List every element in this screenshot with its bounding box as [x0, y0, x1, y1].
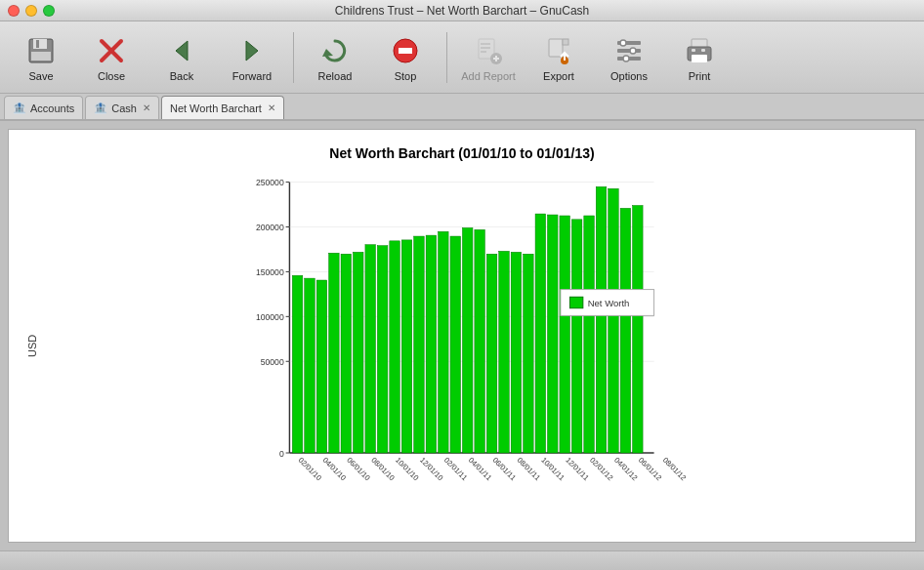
svg-rect-81	[609, 188, 619, 453]
toolbar: Save Close Back Forward	[0, 21, 924, 94]
export-icon	[541, 33, 576, 68]
options-button[interactable]: Options	[596, 26, 662, 89]
back-button[interactable]: Back	[148, 26, 215, 89]
svg-text:100000: 100000	[256, 312, 284, 322]
add-report-icon	[471, 33, 506, 68]
svg-text:12/01/11: 12/01/11	[564, 456, 590, 482]
tab-net-worth[interactable]: Net Worth Barchart ✕	[161, 96, 284, 119]
svg-rect-24	[564, 53, 566, 61]
svg-rect-56	[305, 278, 315, 453]
svg-text:10/01/11: 10/01/11	[539, 456, 566, 482]
svg-rect-1	[33, 39, 47, 49]
window-controls[interactable]	[8, 5, 55, 17]
export-button[interactable]: Export	[525, 26, 592, 89]
svg-text:04/01/10: 04/01/10	[321, 456, 348, 482]
tab-cash-label: Cash	[111, 102, 137, 114]
svg-rect-69	[462, 227, 473, 453]
svg-marker-6	[176, 41, 188, 61]
svg-rect-26	[617, 49, 641, 53]
chart-title: Net Worth Barchart (01/01/10 to 01/01/13…	[24, 145, 900, 161]
tab-net-worth-close[interactable]: ✕	[268, 102, 275, 113]
svg-rect-76	[547, 215, 558, 453]
print-label: Print	[689, 70, 711, 82]
tab-cash-close[interactable]: ✕	[143, 102, 150, 113]
reload-label: Reload	[318, 70, 353, 82]
svg-rect-79	[584, 216, 595, 453]
svg-rect-2	[36, 40, 39, 48]
save-button[interactable]: Save	[8, 26, 74, 89]
svg-rect-70	[475, 229, 485, 453]
svg-text:0: 0	[279, 449, 284, 459]
svg-marker-7	[246, 41, 258, 61]
svg-text:06/01/12: 06/01/12	[637, 456, 663, 482]
minimize-window-button[interactable]	[25, 5, 37, 17]
svg-text:02/01/11: 02/01/11	[442, 456, 469, 482]
statusbar	[0, 550, 924, 570]
tab-cash[interactable]: 🏦 Cash ✕	[85, 96, 159, 119]
svg-text:250000: 250000	[256, 178, 284, 187]
svg-rect-58	[329, 253, 340, 453]
svg-rect-13	[481, 47, 490, 49]
svg-rect-12	[481, 43, 490, 45]
close-button[interactable]: Close	[78, 26, 145, 89]
forward-icon	[234, 33, 270, 68]
svg-rect-72	[499, 251, 510, 453]
svg-text:Net Worth: Net Worth	[588, 298, 630, 308]
forward-button[interactable]: Forward	[219, 26, 285, 89]
tab-bar: 🏦 Accounts 🏦 Cash ✕ Net Worth Barchart ✕	[0, 94, 924, 121]
print-button[interactable]: Print	[666, 26, 733, 89]
window-title: Childrens Trust – Net Worth Barchart – G…	[335, 4, 590, 18]
stop-label: Stop	[395, 70, 417, 82]
forward-label: Forward	[232, 70, 272, 82]
chart-area: USD 250000 200000 1	[24, 173, 900, 518]
chart-inner: 250000 200000 150000 100000	[44, 173, 900, 518]
stop-button[interactable]: Stop	[372, 26, 439, 89]
svg-rect-55	[292, 275, 303, 453]
titlebar: Childrens Trust – Net Worth Barchart – G…	[0, 0, 924, 21]
close-icon	[94, 33, 129, 68]
stop-icon	[388, 33, 423, 68]
export-label: Export	[543, 70, 574, 82]
svg-rect-78	[571, 220, 582, 453]
svg-rect-62	[377, 246, 388, 453]
svg-point-30	[623, 56, 629, 61]
svg-point-28	[620, 40, 626, 46]
svg-rect-18	[549, 39, 563, 57]
svg-text:02/01/12: 02/01/12	[588, 456, 614, 482]
save-icon	[23, 33, 59, 68]
tab-accounts[interactable]: 🏦 Accounts	[4, 96, 83, 119]
svg-rect-77	[560, 216, 570, 453]
maximize-window-button[interactable]	[43, 5, 55, 17]
svg-text:08/01/10: 08/01/10	[369, 456, 396, 482]
svg-rect-3	[31, 52, 51, 61]
svg-rect-71	[486, 254, 497, 453]
close-window-button[interactable]	[8, 5, 20, 17]
svg-rect-20	[563, 39, 568, 45]
svg-text:06/01/10: 06/01/10	[345, 456, 371, 482]
cash-icon: 🏦	[94, 102, 107, 114]
svg-text:08/01/12: 08/01/12	[661, 456, 688, 482]
back-label: Back	[170, 70, 193, 82]
close-label: Close	[98, 70, 125, 82]
svg-text:06/01/11: 06/01/11	[491, 456, 518, 482]
svg-rect-60	[353, 252, 363, 453]
add-report-button[interactable]: Add Report	[455, 26, 522, 89]
svg-point-29	[630, 48, 636, 54]
svg-rect-75	[535, 214, 546, 453]
svg-rect-59	[341, 254, 352, 453]
svg-text:150000: 150000	[256, 267, 284, 277]
add-report-label: Add Report	[461, 70, 516, 82]
reload-button[interactable]: Reload	[302, 26, 368, 89]
accounts-icon: 🏦	[13, 102, 26, 114]
svg-rect-67	[439, 231, 449, 453]
svg-rect-63	[390, 241, 400, 453]
toolbar-separator-2	[446, 32, 447, 83]
back-icon	[164, 33, 199, 68]
svg-rect-33	[692, 55, 707, 62]
toolbar-separator-1	[293, 32, 294, 83]
save-label: Save	[28, 70, 53, 82]
svg-rect-66	[426, 235, 437, 453]
svg-rect-57	[316, 280, 327, 453]
options-label: Options	[610, 70, 648, 82]
svg-rect-73	[511, 252, 522, 453]
